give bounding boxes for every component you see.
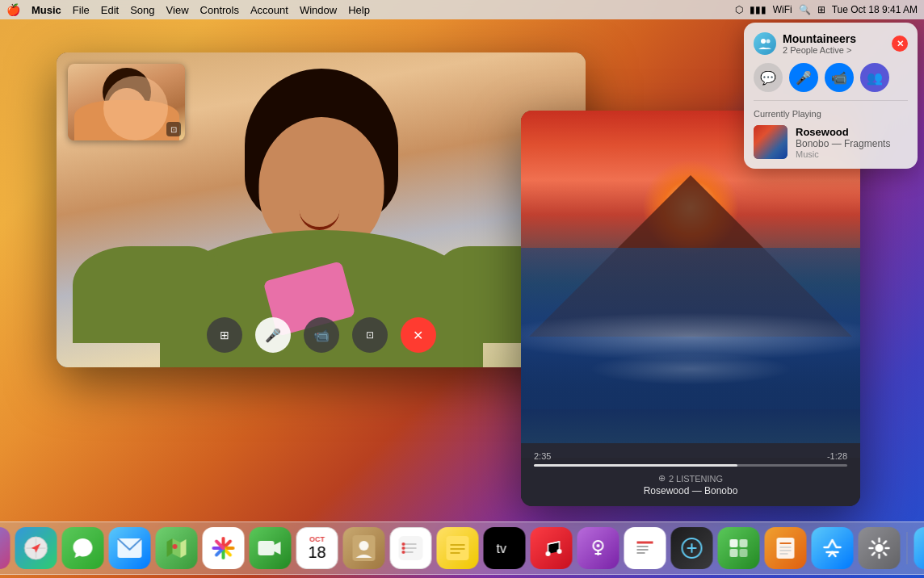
dock-icon-airdrop[interactable] bbox=[914, 527, 925, 569]
dock-icon-arcade[interactable] bbox=[671, 527, 713, 569]
menubar-edit[interactable]: Edit bbox=[101, 4, 119, 16]
music-controls-bar: 2:35 -1:28 ⊕ 2 LISTENING Rosewood — Bono… bbox=[521, 443, 860, 506]
notif-song-artist: Bonobo — Fragments bbox=[796, 138, 890, 149]
notif-song-title: Rosewood bbox=[796, 126, 890, 138]
menubar-song[interactable]: Song bbox=[130, 4, 154, 16]
svg-marker-14 bbox=[275, 542, 281, 555]
dock-icon-reminders[interactable] bbox=[390, 527, 432, 569]
svg-point-1 bbox=[766, 40, 771, 44]
dock-icon-messages[interactable] bbox=[62, 527, 104, 569]
menubar-control-center-icon[interactable]: ⊞ bbox=[817, 4, 825, 15]
dock-icon-appletv[interactable]: tv bbox=[484, 527, 526, 569]
music-info-row: ⊕ 2 LISTENING Rosewood — Bonobo bbox=[534, 473, 847, 496]
dock-icon-music[interactable] bbox=[531, 527, 573, 569]
svg-rect-37 bbox=[740, 539, 748, 547]
desktop: 🍎 Music File Edit Song View Controls Acc… bbox=[0, 0, 924, 578]
facetime-end-button[interactable]: ✕ bbox=[401, 317, 436, 353]
menubar-view[interactable]: View bbox=[166, 4, 189, 16]
notif-group-info: Mountaineers 2 People Active > bbox=[783, 32, 856, 55]
dock-icon-contacts[interactable] bbox=[343, 527, 385, 569]
notif-music-row: Rosewood Bonobo — Fragments Music bbox=[754, 125, 908, 159]
svg-point-46 bbox=[876, 544, 884, 552]
dock-icon-launchpad[interactable] bbox=[0, 527, 10, 569]
notification-panel: Mountaineers 2 People Active > ✕ 💬 🎤 📹 👥… bbox=[744, 23, 918, 169]
facetime-camera-button[interactable]: 📹 bbox=[304, 317, 339, 353]
dock-separator bbox=[907, 532, 908, 564]
menubar-search-icon[interactable]: 🔍 bbox=[799, 4, 811, 15]
menubar-right: ⬡ ▮▮▮ WiFi 🔍 ⊞ Tue Oct 18 9:41 AM bbox=[735, 4, 918, 15]
menubar-window[interactable]: Window bbox=[300, 4, 337, 16]
notif-song-details: Rosewood Bonobo — Fragments Music bbox=[796, 126, 890, 159]
facetime-window: ⊡ ⊞ 🎤 📹 ⊡ ✕ bbox=[57, 52, 586, 367]
notif-close-button[interactable]: ✕ bbox=[892, 36, 908, 52]
dock-icon-settings[interactable] bbox=[859, 527, 901, 569]
dock-icon-safari[interactable] bbox=[15, 527, 57, 569]
svg-point-22 bbox=[402, 547, 405, 550]
notif-group-name: Mountaineers bbox=[783, 32, 856, 45]
menubar-help[interactable]: Help bbox=[348, 4, 370, 16]
svg-rect-36 bbox=[730, 539, 738, 547]
svg-rect-38 bbox=[730, 549, 738, 557]
menubar-wifi-icon: WiFi bbox=[773, 4, 792, 15]
dock-icon-notes[interactable] bbox=[437, 527, 479, 569]
svg-point-21 bbox=[402, 542, 405, 546]
facetime-sidebar-button[interactable]: ⊞ bbox=[207, 317, 242, 353]
menubar-app-name[interactable]: Music bbox=[32, 4, 61, 16]
dock-icon-appstore[interactable] bbox=[812, 527, 854, 569]
dock-icon-calendar[interactable]: OCT 18 bbox=[296, 527, 338, 569]
svg-point-30 bbox=[557, 549, 562, 554]
dock: OCT 18 tv bbox=[0, 521, 924, 575]
dock-icon-maps[interactable] bbox=[156, 527, 198, 569]
menubar-controls[interactable]: Controls bbox=[200, 4, 239, 16]
group-icon bbox=[758, 36, 772, 51]
notif-group-avatar bbox=[754, 32, 776, 55]
menubar: 🍎 Music File Edit Song View Controls Acc… bbox=[0, 0, 924, 19]
notif-title-row: Mountaineers 2 People Active > bbox=[754, 32, 856, 55]
dock-icon-podcasts[interactable] bbox=[578, 527, 620, 569]
music-time-row: 2:35 -1:28 bbox=[534, 451, 847, 461]
notif-video-button[interactable]: 📹 bbox=[825, 63, 854, 92]
notif-currently-playing-label: Currently Playing bbox=[754, 109, 908, 119]
music-listening-count: ⊕ 2 LISTENING bbox=[658, 473, 723, 484]
notif-song-app: Music bbox=[796, 149, 890, 159]
svg-point-16 bbox=[359, 541, 369, 551]
svg-point-29 bbox=[546, 551, 551, 556]
menubar-account[interactable]: Account bbox=[250, 4, 288, 16]
notif-actions: 💬 🎤 📹 👥 bbox=[754, 63, 908, 92]
apple-menu[interactable]: 🍎 bbox=[6, 3, 20, 16]
notif-people-active[interactable]: 2 People Active > bbox=[783, 45, 856, 55]
facetime-controls: ⊞ 🎤 📹 ⊡ ✕ bbox=[207, 317, 436, 353]
music-progress-fill bbox=[534, 464, 737, 467]
svg-rect-41 bbox=[777, 538, 795, 559]
svg-text:tv: tv bbox=[497, 542, 506, 555]
dock-icon-facetime[interactable] bbox=[250, 527, 292, 569]
svg-point-12 bbox=[173, 544, 178, 549]
notif-people-button[interactable]: 👥 bbox=[860, 63, 889, 92]
music-progress-bar[interactable] bbox=[534, 464, 847, 467]
dock-icon-news[interactable] bbox=[624, 527, 666, 569]
notif-message-button[interactable]: 💬 bbox=[754, 63, 783, 92]
shareplay-icon: ⊕ bbox=[658, 473, 666, 484]
music-time-remaining: -1:28 bbox=[827, 451, 847, 461]
svg-point-0 bbox=[761, 39, 766, 44]
music-now-playing-window: 2:35 -1:28 ⊕ 2 LISTENING Rosewood — Bono… bbox=[521, 111, 860, 506]
facetime-share-button[interactable]: ⊡ bbox=[352, 317, 388, 353]
svg-point-32 bbox=[597, 544, 600, 547]
menubar-left: 🍎 Music File Edit Song View Controls Acc… bbox=[6, 3, 370, 16]
facetime-mute-button[interactable]: 🎤 bbox=[255, 317, 291, 353]
menubar-datetime: Tue Oct 18 9:41 AM bbox=[832, 4, 918, 15]
dock-icon-numbers[interactable] bbox=[718, 527, 760, 569]
notif-mic-button[interactable]: 🎤 bbox=[789, 63, 818, 92]
pip-camera-icon: ⊡ bbox=[166, 122, 181, 136]
notif-header: Mountaineers 2 People Active > ✕ bbox=[754, 32, 908, 55]
dock-icon-photos[interactable] bbox=[203, 527, 245, 569]
svg-rect-24 bbox=[447, 536, 469, 560]
menubar-file[interactable]: File bbox=[73, 4, 90, 16]
dock-icon-mail[interactable] bbox=[109, 527, 151, 569]
dock-icon-pages[interactable] bbox=[765, 527, 807, 569]
svg-point-23 bbox=[402, 551, 405, 554]
notif-album-art bbox=[754, 125, 788, 159]
svg-rect-39 bbox=[740, 549, 748, 557]
music-time-elapsed: 2:35 bbox=[534, 451, 551, 461]
notif-divider bbox=[754, 100, 908, 101]
